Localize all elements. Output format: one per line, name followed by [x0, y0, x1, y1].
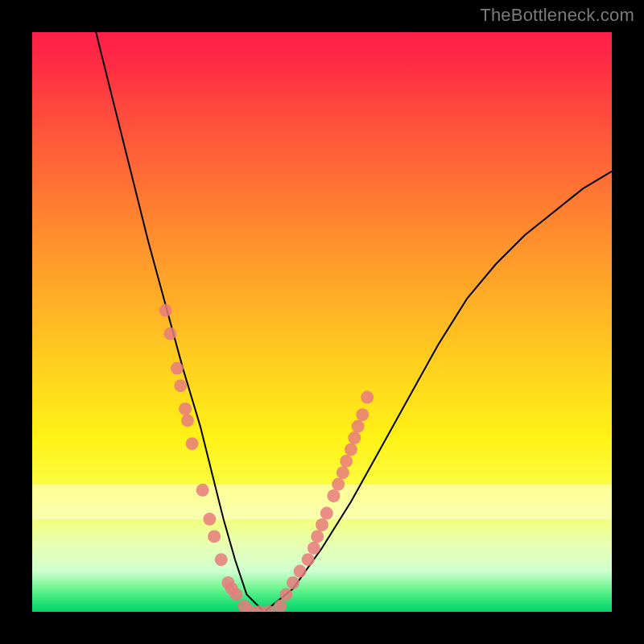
- data-dot: [203, 513, 216, 526]
- data-dot: [320, 507, 333, 520]
- watermark-text: TheBottleneck.com: [480, 5, 634, 26]
- data-dot: [287, 576, 299, 589]
- data-dot: [352, 420, 365, 433]
- bottleneck-curve: [96, 32, 612, 612]
- data-dot: [361, 391, 374, 404]
- data-dot: [279, 588, 292, 601]
- data-dot: [179, 402, 192, 415]
- data-dot: [262, 605, 275, 612]
- data-dot: [327, 489, 340, 502]
- data-dot: [345, 443, 357, 456]
- data-dot: [302, 553, 315, 566]
- data-dot: [196, 484, 209, 497]
- data-dot: [311, 530, 324, 543]
- chart-frame: TheBottleneck.com: [0, 0, 644, 644]
- data-dot: [171, 362, 184, 375]
- data-dot: [181, 414, 194, 427]
- data-dot: [316, 518, 328, 531]
- data-dot: [229, 588, 242, 601]
- data-dot: [159, 304, 172, 317]
- data-dot: [208, 530, 221, 543]
- curve-path: [96, 32, 612, 612]
- data-dot: [215, 553, 228, 566]
- data-dot: [340, 455, 353, 468]
- data-dot: [308, 542, 320, 555]
- data-dot: [186, 437, 199, 450]
- curve-layer: [32, 32, 612, 612]
- data-dot: [294, 565, 307, 578]
- data-dots: [159, 304, 374, 612]
- data-dot: [356, 408, 369, 421]
- data-dot: [348, 431, 361, 444]
- data-dot: [336, 466, 349, 479]
- data-dot: [163, 327, 176, 340]
- plot-area: [32, 32, 612, 612]
- data-dot: [332, 478, 345, 491]
- data-dot: [174, 379, 187, 392]
